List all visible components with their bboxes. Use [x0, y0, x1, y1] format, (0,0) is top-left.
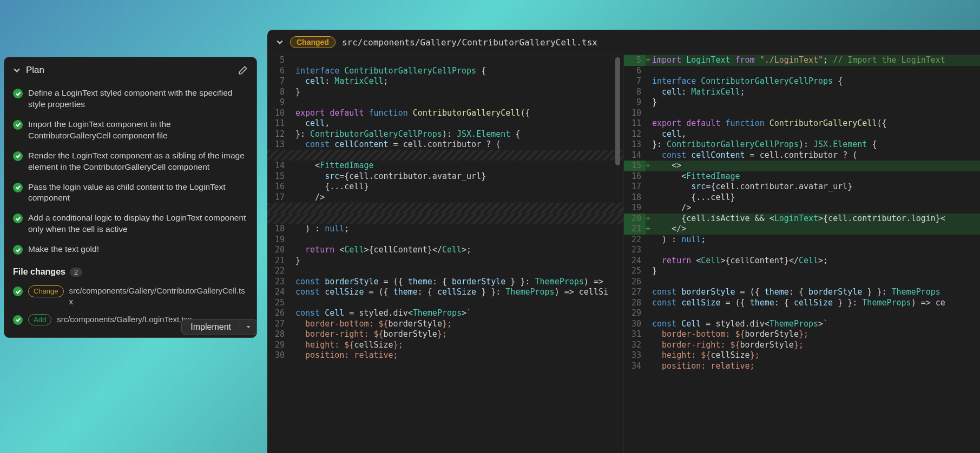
- line-number: 14: [267, 161, 289, 171]
- code-content: />: [295, 192, 623, 203]
- plan-item-text: Import the LoginText component in the Co…: [28, 119, 248, 142]
- plan-panel: Plan Define a LoginText styled component…: [4, 57, 257, 338]
- code-line: 27 border-bottom: ${borderStyle};: [267, 319, 623, 330]
- implement-dropdown[interactable]: [240, 319, 257, 335]
- code-line: 18 ) : null;: [267, 224, 623, 235]
- code-content: [652, 277, 980, 288]
- code-content: cell: MatrixCell;: [652, 87, 980, 98]
- code-line: 5+import LoginText from "./LoginText"; /…: [624, 55, 980, 66]
- code-line: 9}: [624, 97, 980, 108]
- diff-marker: +: [646, 214, 652, 224]
- diff-marker: [646, 319, 652, 330]
- code-content: }: [652, 97, 980, 108]
- plan-item[interactable]: Pass the login value as child content to…: [13, 177, 248, 209]
- line-number: 26: [267, 308, 289, 319]
- chevron-down-icon[interactable]: [13, 66, 21, 74]
- diff-marker: [289, 214, 295, 224]
- check-icon: [13, 245, 23, 255]
- code-line: 13}: ContributorGalleryCellProps): JSX.E…: [624, 139, 980, 150]
- line-number: 28: [624, 298, 646, 309]
- plan-item[interactable]: Add a conditional logic to display the L…: [13, 208, 248, 239]
- code-content: }: ContributorGalleryCellProps): JSX.Ele…: [652, 139, 980, 150]
- file-changes-label: File changes: [13, 267, 65, 277]
- code-line: 32 border-right: ${borderStyle};: [624, 340, 980, 351]
- code-content: />: [652, 203, 980, 214]
- code-content: export default function ContributorGalle…: [295, 108, 623, 119]
- code-line: 16 {...cell}: [267, 182, 623, 192]
- diff-marker: [289, 308, 295, 319]
- code-line: 24 return <Cell>{cellContent}</Cell>;: [624, 256, 980, 267]
- diff-marker: [289, 340, 295, 351]
- line-number: 15: [624, 161, 646, 171]
- diff-marker: [289, 108, 295, 119]
- code-line: 15+ <>: [624, 161, 980, 171]
- scrollbar-thumb[interactable]: [615, 57, 620, 165]
- plan-item-text: Render the LoginText component as a sibl…: [28, 150, 248, 173]
- line-number: 12: [624, 129, 646, 140]
- code-content: ) : null;: [652, 235, 980, 245]
- line-number: 8: [267, 87, 289, 98]
- diff-marker: [646, 329, 652, 340]
- diff-marker: [289, 319, 295, 330]
- code-content: {...cell}: [652, 192, 980, 203]
- diff-file-path: src/components/Gallery/ContributorGaller…: [342, 37, 597, 48]
- line-number: 21: [624, 224, 646, 235]
- code-content: height: ${cellSize};: [295, 340, 623, 351]
- diff-marker: [289, 129, 295, 140]
- line-number: 19: [267, 235, 289, 245]
- line-number: 5: [267, 55, 289, 66]
- chevron-down-icon[interactable]: [276, 38, 284, 46]
- code-line: 13 const cellContent = cell.contributor …: [267, 139, 623, 150]
- plan-item[interactable]: Make the text gold!: [13, 239, 248, 259]
- code-line: 21}: [267, 256, 623, 267]
- diff-marker: [289, 139, 295, 150]
- code-line: 33 height: ${cellSize};: [624, 350, 980, 361]
- line-number: 6: [624, 66, 646, 77]
- line-number: 9: [624, 97, 646, 108]
- code-line: 25: [267, 298, 623, 309]
- code-content: interface ContributorGalleryCellProps {: [652, 76, 980, 87]
- line-number: 5: [624, 55, 646, 66]
- check-icon: [13, 120, 23, 130]
- check-icon: [13, 89, 23, 98]
- line-number: 21: [267, 256, 289, 267]
- code-content: return <Cell>{cellContent}</Cell>;: [652, 256, 980, 267]
- diff-marker: [646, 97, 652, 108]
- code-content: [652, 66, 980, 77]
- plan-header: Plan: [13, 65, 248, 76]
- check-icon: [13, 214, 23, 223]
- diff-header: Changed src/components/Gallery/Contribut…: [267, 30, 980, 55]
- plan-item-text: Make the text gold!: [28, 244, 99, 255]
- diff-marker: [646, 139, 652, 150]
- diff-left-pane[interactable]: 5 6interface ContributorGalleryCellProps…: [267, 55, 624, 453]
- file-change-item[interactable]: Changesrc/components/Gallery/Contributor…: [13, 282, 248, 311]
- line-number: 16: [624, 171, 646, 182]
- plan-item[interactable]: Define a LoginText styled component with…: [13, 83, 248, 115]
- line-number: 28: [267, 329, 289, 340]
- line-number: 32: [624, 340, 646, 351]
- diff-marker: [289, 298, 295, 309]
- diff-marker: [646, 118, 652, 129]
- diff-marker: [289, 171, 295, 182]
- diff-marker: [646, 203, 652, 214]
- code-content: [652, 308, 980, 319]
- diff-right-pane[interactable]: 5+import LoginText from "./LoginText"; /…: [624, 55, 980, 453]
- edit-icon[interactable]: [238, 65, 248, 75]
- plan-item[interactable]: Render the LoginText component as a sibl…: [13, 146, 248, 177]
- diff-marker: +: [646, 224, 652, 235]
- line-number: 7: [267, 76, 289, 87]
- line-number: 10: [267, 108, 289, 119]
- code-content: const borderStyle = ({ theme: { borderSt…: [652, 287, 980, 298]
- line-number: 18: [267, 224, 289, 235]
- code-content: [295, 298, 623, 309]
- implement-button[interactable]: Implement: [181, 319, 240, 335]
- check-icon: [13, 183, 23, 192]
- plan-item[interactable]: Import the LoginText component in the Co…: [13, 115, 248, 146]
- line-number: 10: [624, 108, 646, 119]
- code-line: [267, 203, 623, 214]
- diff-marker: [646, 182, 652, 192]
- line-number: 18: [624, 192, 646, 203]
- code-content: [295, 150, 623, 161]
- code-line: 21+ </>: [624, 224, 980, 235]
- code-content: border-bottom: ${borderStyle};: [295, 319, 623, 330]
